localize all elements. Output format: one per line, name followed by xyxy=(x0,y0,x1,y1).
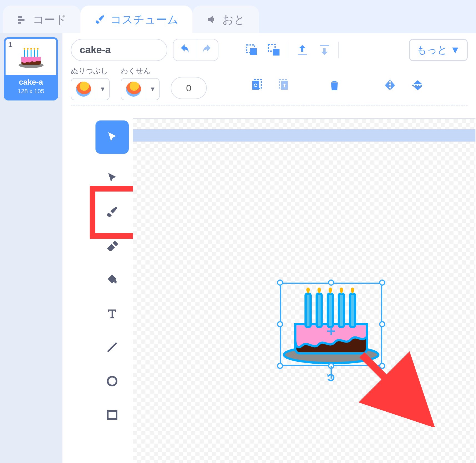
stroke-width-input[interactable]: 0 xyxy=(171,77,207,99)
editor-tabs: コード コスチューム おと xyxy=(0,0,476,33)
svg-rect-13 xyxy=(250,48,257,55)
fill-color-select[interactable]: ▼ xyxy=(71,78,110,100)
fill-swatch xyxy=(71,79,96,100)
spacer xyxy=(171,66,207,75)
costume-thumb[interactable]: 1 xyxy=(4,37,58,100)
rotate-handle[interactable] xyxy=(325,372,337,385)
undo-redo-group xyxy=(173,39,218,61)
svg-point-9 xyxy=(30,48,32,50)
copy-button[interactable] xyxy=(248,77,265,94)
sound-icon xyxy=(206,14,217,25)
selection-box[interactable] xyxy=(280,283,382,366)
canvas-wrapper: おおきくする xyxy=(133,118,475,463)
tool-rect[interactable] xyxy=(102,405,122,425)
chevron-down-icon: ▼ xyxy=(146,79,159,100)
tool-column xyxy=(100,113,125,463)
costume-list: 1 xyxy=(0,33,62,463)
brush-icon xyxy=(94,14,105,25)
flip-vertical-button[interactable] xyxy=(409,77,426,94)
stroke-color-select[interactable]: ▼ xyxy=(121,78,160,100)
more-button[interactable]: もっと▼ xyxy=(409,39,468,61)
tool-circle[interactable] xyxy=(102,371,122,391)
separator xyxy=(338,42,339,58)
send-backward-button[interactable] xyxy=(316,42,333,58)
stroke-swatch xyxy=(121,79,146,100)
tab-costumes-label: コスチューム xyxy=(110,12,178,27)
tab-code[interactable]: コード xyxy=(3,6,80,33)
tool-eraser[interactable] xyxy=(102,236,122,255)
redo-button[interactable] xyxy=(196,39,218,61)
svg-point-11 xyxy=(37,48,39,50)
bring-forward-button[interactable] xyxy=(294,42,311,58)
separator xyxy=(288,42,288,58)
chevron-down-icon: ▼ xyxy=(96,79,109,100)
svg-rect-15 xyxy=(273,49,279,56)
costume-thumb-image xyxy=(6,39,56,75)
tab-sounds[interactable]: おと xyxy=(192,6,259,33)
code-icon xyxy=(17,14,28,25)
scratch-paint-editor: コード コスチューム おと 1 xyxy=(0,0,476,463)
svg-rect-17 xyxy=(320,45,329,46)
paste-button[interactable] xyxy=(276,77,293,94)
toolbar-divider xyxy=(71,105,468,105)
tool-text[interactable] xyxy=(102,304,122,323)
svg-point-8 xyxy=(27,48,29,50)
svg-rect-16 xyxy=(298,54,307,55)
svg-point-10 xyxy=(34,48,35,50)
tab-code-label: コード xyxy=(33,12,67,27)
group-button[interactable] xyxy=(243,42,260,58)
tool-brush[interactable] xyxy=(102,202,122,222)
stroke-label: わくせん xyxy=(121,66,160,76)
svg-line-25 xyxy=(108,343,117,352)
tool-fill[interactable] xyxy=(102,270,122,289)
costume-size: 128 x 105 xyxy=(6,88,56,95)
canvas-edge xyxy=(133,129,475,142)
ungroup-button[interactable] xyxy=(266,42,282,58)
tab-costumes[interactable]: コスチューム xyxy=(80,6,192,33)
chevron-down-icon: ▼ xyxy=(450,44,460,56)
delete-button[interactable] xyxy=(326,77,343,94)
tab-sounds-label: おと xyxy=(222,12,245,27)
undo-button[interactable] xyxy=(173,39,196,61)
paint-canvas[interactable] xyxy=(133,118,475,463)
flip-horizontal-button[interactable] xyxy=(382,77,398,94)
tool-reshape[interactable] xyxy=(102,168,122,188)
svg-point-7 xyxy=(24,48,25,50)
tool-select[interactable] xyxy=(95,120,129,154)
svg-rect-27 xyxy=(108,411,117,419)
costume-name-input[interactable]: cake-a xyxy=(71,39,167,61)
svg-point-26 xyxy=(108,377,117,386)
tool-line[interactable] xyxy=(102,338,122,357)
costume-index: 1 xyxy=(8,41,12,49)
fill-label: ぬりつぶし xyxy=(71,66,110,76)
costume-name: cake-a xyxy=(6,78,56,87)
paint-editor: cake-a もっと▼ xyxy=(62,33,476,463)
